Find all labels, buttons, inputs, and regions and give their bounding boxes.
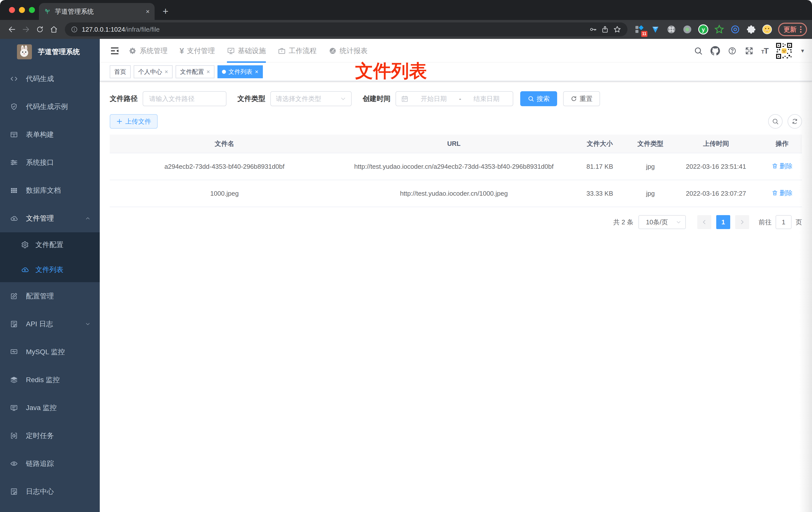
browser-tab[interactable]: 芋道管理系统 × [39,3,155,20]
password-key-icon[interactable] [589,25,597,33]
tag-file-list[interactable]: 文件列表 × [218,65,263,78]
file-type-select[interactable]: 请选择文件类型 [270,91,352,106]
clover-extension-icon[interactable] [665,23,678,36]
user-avatar-qr[interactable] [775,42,793,60]
date-range-picker[interactable]: 开始日期 - 结束日期 [396,91,513,106]
sidebar-item-code-generation[interactable]: 代码生成 [0,65,100,93]
file-table: 文件名 URL 文件大小 文件类型 上传时间 操作 a294ecb2-73dd-… [110,134,802,207]
sidebar-item-mysql-monitor[interactable]: MySQL 监控 [0,338,100,366]
extensions-puzzle-icon[interactable] [745,23,758,36]
toggle-search-button[interactable] [768,114,783,129]
browser-toolbar: 127.0.0.1:1024/infra/file/file 11 [0,20,812,39]
profile-avatar-emoji[interactable] [761,23,774,36]
file-management-submenu: 文件配置 文件列表 [0,232,100,282]
delete-button[interactable]: 删除 [772,160,792,172]
search-icon[interactable] [693,46,703,56]
goto-label: 前往 [759,218,772,227]
page-number-1[interactable]: 1 [716,215,730,229]
help-icon[interactable] [727,46,737,56]
sidebar-item-db-doc[interactable]: 数据库文档 [0,177,100,204]
top-nav-infrastructure[interactable]: 基础设施 [227,39,266,63]
tag-close-icon[interactable]: × [165,68,168,75]
browser-update-button[interactable]: 更新 [778,23,807,36]
file-path-label: 文件路径 [110,94,138,103]
page-size-select[interactable]: 10条/页 [638,215,686,229]
forward-button[interactable] [19,23,33,36]
maximize-window-button[interactable] [29,7,35,13]
chevron-down-icon [85,321,91,327]
code-icon [10,75,18,83]
tab-close-icon[interactable]: × [146,8,150,16]
sidebar-item-java-monitor[interactable]: Java 监控 [0,394,100,422]
end-date-placeholder[interactable]: 结束日期 [465,94,508,103]
sidebar-logo[interactable]: 芋道管理系统 [0,39,100,65]
refresh-table-button[interactable] [788,114,802,129]
chevron-down-icon [340,96,346,102]
chevron-down-icon [676,219,681,225]
home-button[interactable] [47,23,61,36]
reset-button[interactable]: 重置 [563,91,600,106]
sidebar-item-trace[interactable]: 链路追踪 [0,450,100,478]
file-path-input[interactable] [143,91,227,106]
reload-button[interactable] [33,23,47,36]
tag-profile[interactable]: 个人中心 × [134,65,173,78]
extension-with-badge-icon[interactable]: 11 [633,23,646,36]
app-title: 芋道管理系统 [38,47,80,57]
blue-eye-extension-icon[interactable] [729,23,742,36]
tag-file-config[interactable]: 文件配置 × [176,65,214,78]
share-icon[interactable] [601,25,609,33]
sidebar-item-system-api[interactable]: 系统接口 [0,149,100,177]
sidebar-item-config-management[interactable]: 配置管理 [0,282,100,310]
minimize-window-button[interactable] [19,7,25,13]
delete-button[interactable]: 删除 [772,187,792,199]
active-tag-dot [222,70,226,74]
gray-circle-extension-icon[interactable] [681,23,694,36]
svg-text:y: y [702,26,705,33]
new-tab-button[interactable]: + [163,6,168,17]
tag-close-icon[interactable]: × [255,68,258,75]
cell-file-size: 33.33 KB [569,180,631,207]
back-button[interactable] [5,23,19,36]
top-nav-payment[interactable]: ¥ 支付管理 [179,39,215,63]
search-button[interactable]: 搜索 [520,91,557,106]
github-icon[interactable] [710,46,720,56]
start-date-placeholder[interactable]: 开始日期 [412,94,455,103]
top-nav-workflow[interactable]: 工作流程 [278,39,317,63]
sidebar-item-redis-monitor[interactable]: Redis 监控 [0,366,100,394]
sidebar-item-form-builder[interactable]: 表单构建 [0,121,100,149]
site-info-icon[interactable] [71,26,78,33]
tag-close-icon[interactable]: × [206,68,210,75]
fullscreen-icon[interactable] [744,46,754,56]
url-bar[interactable]: 127.0.0.1:1024/infra/file/file [65,23,628,36]
sidebar-item-code-example[interactable]: 代码生成示例 [0,93,100,121]
top-nav-reports[interactable]: 统计报表 [329,39,368,63]
document-pen-icon [10,320,18,328]
sidebar-item-log-center[interactable]: 日志中心 [0,478,100,506]
bookmark-star-icon[interactable] [613,25,621,34]
prev-page-button[interactable] [697,215,711,229]
top-nav-system[interactable]: 系统管理 [129,39,168,63]
browser-menu-icon[interactable] [800,26,802,33]
sidebar-item-api-log[interactable]: API 日志 [0,310,100,338]
avatar-dropdown-caret[interactable]: ▼ [800,48,805,54]
green-y-extension-icon[interactable]: y [697,23,710,36]
sidebar-item-scheduled-tasks[interactable]: 定时任务 [0,422,100,450]
close-window-button[interactable] [9,7,15,13]
cell-file-type: jpg [631,153,670,180]
green-star-extension-icon[interactable] [713,23,726,36]
tag-home[interactable]: 首页 [110,65,131,78]
next-page-button[interactable] [735,215,749,229]
browser-window: 芋道管理系统 × + 127.0.0.1:1024/infra/file/fil… [0,0,812,512]
font-size-icon[interactable]: TT [761,47,768,56]
cell-file-size: 81.17 KB [569,153,631,180]
upload-file-button[interactable]: 上传文件 [110,114,157,129]
sidebar-item-file-config[interactable]: 文件配置 [0,232,100,257]
chevron-left-icon [701,219,707,225]
sidebar-item-file-management[interactable]: 文件管理 [0,204,100,232]
chevron-right-icon [739,219,745,225]
goto-page-input[interactable] [776,215,791,229]
sidebar-item-file-list[interactable]: 文件列表 [0,257,100,282]
table-grid-icon [10,186,18,194]
kite-extension-icon[interactable] [649,23,662,36]
sidebar-collapse-button[interactable] [106,39,124,63]
